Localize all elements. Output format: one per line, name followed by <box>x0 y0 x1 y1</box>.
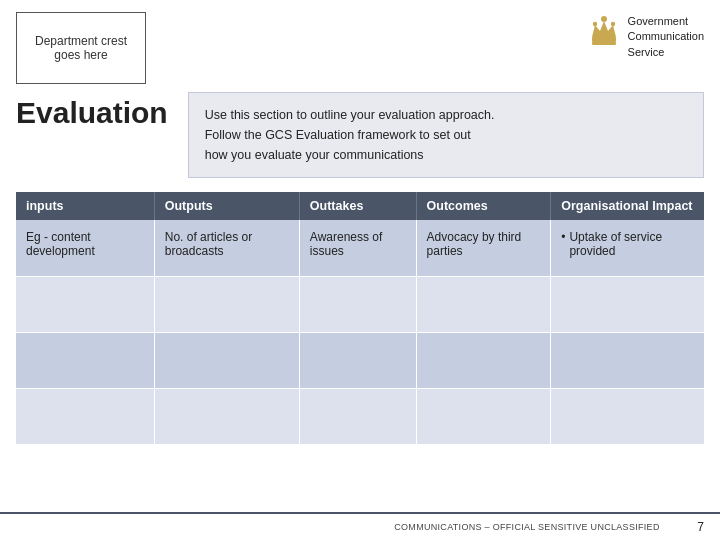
cell-outputs-3 <box>154 332 299 388</box>
gcs-line1: Government <box>628 14 704 29</box>
gcs-logo: Government Communication Service <box>588 10 704 60</box>
bullet-item: • Uptake of service provided <box>561 230 694 258</box>
footer-classification: COMMUNICATIONS – OFFICIAL SENSITIVE UNCL… <box>357 522 698 532</box>
cell-outputs-4 <box>154 388 299 444</box>
gcs-line2: Communication <box>628 29 704 44</box>
footer-page-number: 7 <box>697 520 704 534</box>
eval-desc-line1: Use this section to outline your evaluat… <box>205 108 495 122</box>
cell-org-impact-2 <box>551 276 704 332</box>
svg-point-2 <box>601 16 607 22</box>
dept-crest: Department crest goes here <box>16 12 146 84</box>
col-header-inputs: inputs <box>16 192 154 220</box>
cell-inputs-3 <box>16 332 154 388</box>
table-header-row: inputs Outputs Outtakes Outcomes Organis… <box>16 192 704 220</box>
table-row <box>16 332 704 388</box>
cell-outtakes-1: Awareness of issues <box>299 220 416 276</box>
eval-desc-line2: Follow the GCS Evaluation framework to s… <box>205 128 471 142</box>
svg-rect-5 <box>592 42 616 45</box>
cell-inputs-4 <box>16 388 154 444</box>
gcs-crest-icon <box>588 10 620 50</box>
crown-svg <box>590 11 618 49</box>
cell-org-impact-4 <box>551 388 704 444</box>
eval-desc-line3: how you evaluate your communications <box>205 148 424 162</box>
cell-outtakes-2 <box>299 276 416 332</box>
cell-org-impact-1: • Uptake of service provided <box>551 220 704 276</box>
col-header-organisational-impact: Organisational Impact <box>551 192 704 220</box>
cell-outtakes-4 <box>299 388 416 444</box>
cell-outcomes-1: Advocacy by third parties <box>416 220 551 276</box>
cell-outcomes-2 <box>416 276 551 332</box>
evaluation-section: Evaluation Use this section to outline y… <box>0 92 720 188</box>
svg-point-4 <box>610 22 614 26</box>
cell-org-impact-3 <box>551 332 704 388</box>
cell-outcomes-4 <box>416 388 551 444</box>
table-row: Eg - content development No. of articles… <box>16 220 704 276</box>
col-header-outcomes: Outcomes <box>416 192 551 220</box>
evaluation-table-container: inputs Outputs Outtakes Outcomes Organis… <box>0 192 720 445</box>
gcs-line3: Service <box>628 45 704 60</box>
col-header-outtakes: Outtakes <box>299 192 416 220</box>
cell-inputs-1: Eg - content development <box>16 220 154 276</box>
gcs-label: Government Communication Service <box>628 10 704 60</box>
table-row <box>16 388 704 444</box>
table-row <box>16 276 704 332</box>
svg-rect-0 <box>592 37 616 42</box>
footer: COMMUNICATIONS – OFFICIAL SENSITIVE UNCL… <box>0 512 720 540</box>
header: Department crest goes here <box>0 0 720 92</box>
cell-inputs-2 <box>16 276 154 332</box>
dept-crest-text: Department crest goes here <box>25 34 137 62</box>
evaluation-table: inputs Outputs Outtakes Outcomes Organis… <box>16 192 704 445</box>
evaluation-description: Use this section to outline your evaluat… <box>188 92 704 178</box>
bullet-dot: • <box>561 230 565 258</box>
cell-outputs-1: No. of articles or broadcasts <box>154 220 299 276</box>
evaluation-title: Evaluation <box>16 92 168 130</box>
cell-outputs-2 <box>154 276 299 332</box>
svg-point-3 <box>592 22 596 26</box>
col-header-outputs: Outputs <box>154 192 299 220</box>
bullet-text: Uptake of service provided <box>569 230 694 258</box>
cell-outcomes-3 <box>416 332 551 388</box>
cell-outtakes-3 <box>299 332 416 388</box>
